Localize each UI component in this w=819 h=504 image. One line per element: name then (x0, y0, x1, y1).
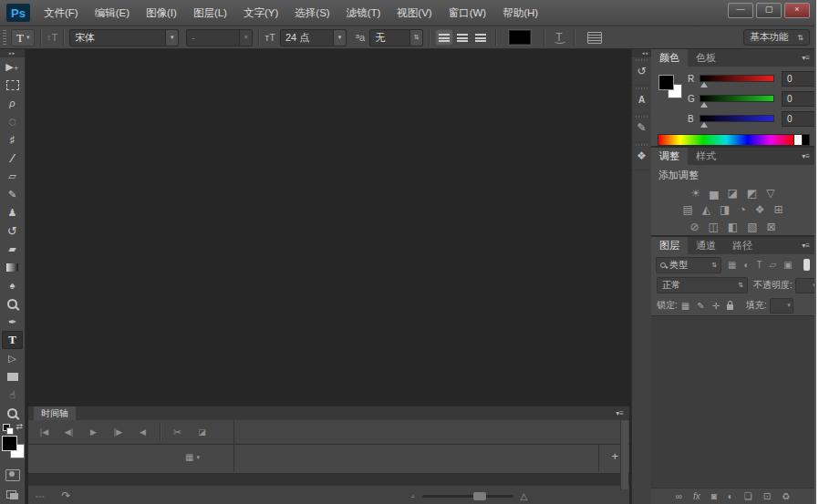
menu-item-edit[interactable]: 编辑(E) (87, 0, 138, 26)
blue-slider[interactable] (700, 115, 774, 122)
close-button[interactable]: × (784, 3, 810, 18)
hand-tool[interactable]: ☝ (2, 386, 23, 404)
panel-menu-icon[interactable]: ▾≡ (802, 237, 814, 254)
adj-selective-color-icon[interactable]: ⊠ (767, 221, 776, 233)
previous-frame-button[interactable]: ◀| (57, 427, 81, 437)
rectangle-tool[interactable] (2, 367, 23, 386)
crop-tool[interactable]: ♯ (2, 130, 23, 149)
quick-mask-button[interactable] (2, 466, 23, 484)
adj-gradient-map-icon[interactable]: ▧ (747, 221, 757, 233)
play-button[interactable]: ▶ (81, 427, 106, 437)
align-center-button[interactable] (453, 29, 472, 46)
filter-shape-layers-icon[interactable]: ▱ (770, 260, 777, 270)
zoom-tool[interactable] (2, 404, 23, 422)
tab-styles[interactable]: 样式 (688, 148, 724, 165)
text-color-swatch[interactable] (509, 30, 531, 45)
pen-tool[interactable]: ✒ (2, 313, 23, 331)
blue-value-field[interactable]: 0 (782, 111, 814, 127)
brush-tool[interactable]: ✎ (2, 185, 23, 203)
adj-invert-icon[interactable]: ⊘ (689, 221, 699, 233)
timeline-video-track[interactable]: ▦ ▾ (28, 445, 629, 474)
path-selection-tool[interactable]: ▷ (2, 349, 23, 367)
lock-position-icon[interactable]: ✛ (712, 301, 720, 311)
convert-to-frames-icon[interactable]: ▫▫▫ (36, 493, 45, 499)
menu-item-window[interactable]: 窗口(W) (441, 0, 495, 26)
menu-item-select[interactable]: 选择(S) (286, 0, 337, 26)
zoom-slider[interactable] (422, 495, 513, 498)
workspace-select[interactable]: 基本功能 ⇅ (743, 29, 810, 46)
tool-presets-panel-button[interactable]: ❖ (632, 142, 651, 170)
add-layer-mask-icon[interactable]: ◙ (711, 491, 717, 501)
toolbar-collapse-button[interactable]: ▸▸ (0, 49, 25, 57)
panel-menu-icon[interactable]: ▾≡ (616, 406, 629, 420)
quick-selection-tool[interactable]: ◌ (2, 112, 23, 130)
layer-style-icon[interactable]: fx (693, 491, 700, 501)
green-value-field[interactable]: 0 (782, 91, 814, 107)
red-slider[interactable] (700, 75, 774, 82)
brush-presets-panel-button[interactable]: ✎ (632, 114, 651, 142)
layers-list[interactable] (651, 315, 814, 488)
gradient-tool[interactable] (2, 258, 23, 276)
spectrum-black-swatch[interactable] (802, 134, 810, 146)
foreground-color-swatch[interactable] (658, 75, 674, 90)
screen-mode-button[interactable] (2, 486, 23, 504)
filter-smart-objects-icon[interactable]: ▣ (783, 260, 792, 270)
align-left-button[interactable] (435, 29, 453, 46)
move-tool[interactable]: ▶₊ (2, 57, 23, 76)
adj-vibrance-icon[interactable]: ▽ (766, 187, 774, 200)
blue-slider-thumb[interactable] (700, 122, 708, 128)
lock-transparent-icon[interactable]: ▦ (681, 301, 689, 311)
tab-channels[interactable]: 通道 (688, 237, 724, 254)
green-slider-thumb[interactable] (700, 102, 708, 108)
eyedropper-tool[interactable]: ∕ (2, 149, 23, 167)
split-clip-button[interactable]: ✂ (165, 427, 190, 438)
adj-color-balance-icon[interactable]: ◭ (702, 203, 710, 216)
panel-menu-icon[interactable]: ▾≡ (802, 148, 814, 165)
adj-photo-filter-icon[interactable]: ◔ (739, 203, 745, 216)
character-panel-button[interactable]: A (632, 86, 651, 114)
warp-text-button[interactable]: T (550, 31, 567, 44)
red-slider-thumb[interactable] (700, 82, 708, 87)
swap-colors-icon[interactable]: ⇄ (16, 422, 23, 431)
go-first-frame-button[interactable]: |◀ (32, 427, 57, 437)
dock-collapse-button[interactable]: ◂◂ (632, 49, 651, 57)
link-layers-icon[interactable]: ∞ (676, 491, 682, 501)
text-orientation-button[interactable]: ↕ T (47, 32, 57, 43)
font-style-select[interactable]: - ▾ (186, 29, 253, 46)
lock-pixels-icon[interactable]: ✎ (697, 301, 704, 311)
add-media-button[interactable]: + (611, 449, 618, 463)
chevron-down-icon[interactable]: ▾ (333, 30, 346, 46)
font-family-select[interactable]: 宋体 ▾ (69, 29, 179, 46)
menu-item-filter[interactable]: 滤镜(T) (338, 0, 389, 26)
filter-adjustment-layers-icon[interactable]: ◐ (743, 260, 749, 270)
tab-paths[interactable]: 路径 (724, 237, 761, 254)
filter-pixel-layers-icon[interactable]: ▦ (728, 260, 736, 270)
antialias-select[interactable]: 无 ⇅ (369, 29, 423, 46)
adj-curves-icon[interactable]: ◪ (728, 187, 738, 200)
adj-threshold-icon[interactable]: ◧ (728, 221, 738, 233)
toggle-panels-button[interactable] (587, 32, 602, 44)
filter-type-layers-icon[interactable]: T (757, 260, 762, 270)
tab-color[interactable]: 颜色 (651, 49, 688, 67)
default-colors-icon[interactable] (3, 424, 10, 431)
minimize-button[interactable]: — (728, 3, 753, 18)
lock-all-icon[interactable] (727, 304, 733, 310)
tab-adjustments[interactable]: 调整 (651, 148, 688, 165)
opacity-select[interactable]: ▾ (795, 278, 814, 293)
zoom-out-icon[interactable]: ▵ (411, 492, 415, 499)
dodge-tool[interactable] (2, 294, 23, 313)
adj-posterize-icon[interactable]: ◫ (708, 221, 718, 233)
adj-brightness-contrast-icon[interactable]: ☀ (691, 187, 701, 200)
options-grip[interactable] (3, 30, 6, 45)
menu-item-help[interactable]: 帮助(H) (494, 0, 546, 26)
menu-item-view[interactable]: 视图(V) (389, 0, 440, 26)
zoom-in-icon[interactable]: △ (521, 491, 528, 501)
delete-layer-icon[interactable]: ♻ (782, 491, 790, 501)
marquee-tool[interactable] (2, 76, 23, 94)
new-adjustment-layer-icon[interactable]: ◐ (728, 491, 733, 501)
transition-button[interactable]: ◪ (190, 427, 214, 437)
panel-menu-icon[interactable]: ▾≡ (802, 49, 814, 67)
history-panel-button[interactable]: ↺ (632, 57, 651, 86)
adj-levels-icon[interactable]: ▅ (710, 187, 718, 200)
fill-select[interactable]: ▾ (770, 298, 793, 314)
